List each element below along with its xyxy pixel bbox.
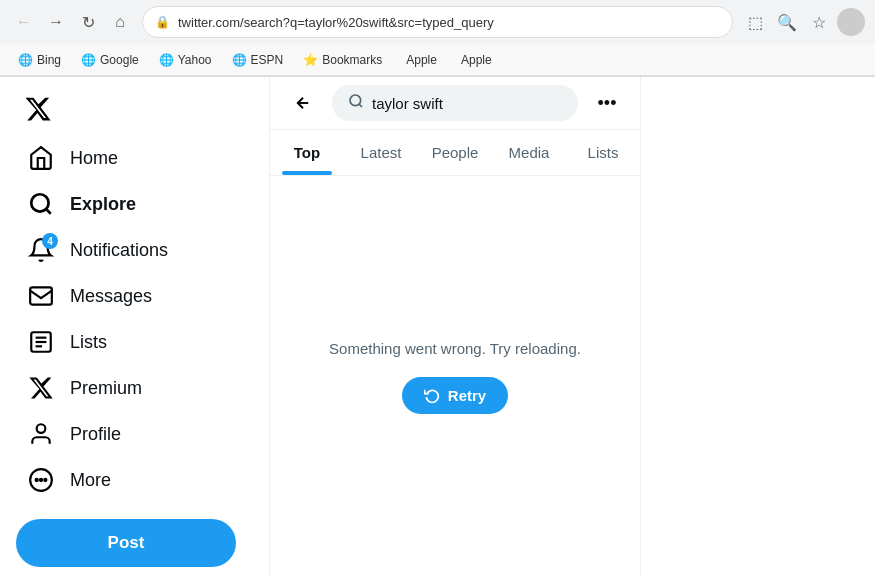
sidebar-lists-label: Lists <box>70 332 107 353</box>
sidebar-item-explore[interactable]: Explore <box>16 181 148 227</box>
search-back-button[interactable] <box>286 86 320 120</box>
sidebar-item-more[interactable]: More <box>16 457 123 503</box>
search-box[interactable] <box>332 85 578 121</box>
more-options-button[interactable]: ••• <box>590 86 624 120</box>
bookmark-bing[interactable]: 🌐 Bing <box>10 51 69 69</box>
browser-actions: ⬚ 🔍 ☆ <box>741 8 865 36</box>
nav-buttons: ← → ↻ ⌂ <box>10 8 134 36</box>
reload-button[interactable]: ↻ <box>74 8 102 36</box>
bookmark-yahoo[interactable]: 🌐 Yahoo <box>151 51 220 69</box>
svg-point-10 <box>40 479 42 481</box>
bookmark-bing-label: Bing <box>37 53 61 67</box>
premium-icon <box>28 375 54 401</box>
post-button[interactable]: Post <box>16 519 236 567</box>
svg-point-11 <box>44 479 46 481</box>
sidebar-home-label: Home <box>70 148 118 169</box>
bookmark-apple1-label: Apple <box>406 53 437 67</box>
sidebar-explore-label: Explore <box>70 194 136 215</box>
sidebar-more-label: More <box>70 470 111 491</box>
browser-toolbar: ← → ↻ ⌂ 🔒 twitter.com/search?q=taylor%20… <box>0 0 875 44</box>
bookmark-apple1[interactable]: Apple <box>394 51 445 69</box>
bookmark-yahoo-label: Yahoo <box>178 53 212 67</box>
lists-icon <box>28 329 54 355</box>
error-message: Something went wrong. Try reloading. <box>329 340 581 357</box>
security-icon: 🔒 <box>155 15 170 29</box>
error-content: Something went wrong. Try reloading. Ret… <box>270 176 640 576</box>
retry-label: Retry <box>448 387 486 404</box>
search-icon <box>348 93 364 113</box>
zoom-button[interactable]: 🔍 <box>773 8 801 36</box>
sidebar-item-messages[interactable]: Messages <box>16 273 164 319</box>
bing-icon: 🌐 <box>18 53 33 67</box>
profile-avatar[interactable] <box>837 8 865 36</box>
bookmark-button[interactable]: ☆ <box>805 8 833 36</box>
tab-people[interactable]: People <box>418 130 492 175</box>
espn-icon: 🌐 <box>232 53 247 67</box>
sidebar: Home Explore 4 Notifications <box>0 77 270 576</box>
svg-rect-2 <box>30 287 52 304</box>
svg-point-7 <box>37 424 46 433</box>
notifications-badge: 4 <box>42 233 58 249</box>
tabs-bar: Top Latest People Media Lists <box>270 130 640 176</box>
home-button[interactable]: ⌂ <box>106 8 134 36</box>
notifications-icon: 4 <box>28 237 54 263</box>
bookmark-google[interactable]: 🌐 Google <box>73 51 147 69</box>
tab-latest[interactable]: Latest <box>344 130 418 175</box>
retry-icon <box>424 387 440 403</box>
bookmark-espn-label: ESPN <box>251 53 284 67</box>
yahoo-icon: 🌐 <box>159 53 174 67</box>
app-container: Home Explore 4 Notifications <box>0 77 875 576</box>
sidebar-item-lists[interactable]: Lists <box>16 319 119 365</box>
sidebar-item-notifications[interactable]: 4 Notifications <box>16 227 180 273</box>
back-button[interactable]: ← <box>10 8 38 36</box>
more-icon <box>28 467 54 493</box>
bookmarks-bar: 🌐 Bing 🌐 Google 🌐 Yahoo 🌐 ESPN ⭐ Bookmar… <box>0 44 875 76</box>
explore-icon <box>28 191 54 217</box>
cast-button[interactable]: ⬚ <box>741 8 769 36</box>
retry-button[interactable]: Retry <box>402 377 508 414</box>
sidebar-item-profile[interactable]: Profile <box>16 411 133 457</box>
bookmark-bookmarks[interactable]: ⭐ Bookmarks <box>295 51 390 69</box>
sidebar-notifications-label: Notifications <box>70 240 168 261</box>
sidebar-item-home[interactable]: Home <box>16 135 130 181</box>
search-input[interactable] <box>372 95 562 112</box>
profile-icon <box>28 421 54 447</box>
bookmarks-icon: ⭐ <box>303 53 318 67</box>
bookmark-apple2[interactable]: Apple <box>449 51 500 69</box>
sidebar-premium-label: Premium <box>70 378 142 399</box>
address-bar[interactable]: 🔒 twitter.com/search?q=taylor%20swift&sr… <box>142 6 733 38</box>
main-content: ••• Top Latest People Media Lists Someth… <box>270 77 641 576</box>
url-text: twitter.com/search?q=taylor%20swift&src=… <box>178 15 720 30</box>
right-sidebar <box>641 77 875 576</box>
svg-line-1 <box>46 209 51 214</box>
sidebar-item-premium[interactable]: Premium <box>16 365 154 411</box>
tab-media[interactable]: Media <box>492 130 566 175</box>
tab-top[interactable]: Top <box>270 130 344 175</box>
google-icon: 🌐 <box>81 53 96 67</box>
svg-point-9 <box>36 479 38 481</box>
messages-icon <box>28 283 54 309</box>
search-header: ••• <box>270 77 640 130</box>
tab-lists[interactable]: Lists <box>566 130 640 175</box>
browser-chrome: ← → ↻ ⌂ 🔒 twitter.com/search?q=taylor%20… <box>0 0 875 77</box>
bookmark-espn[interactable]: 🌐 ESPN <box>224 51 292 69</box>
bookmark-apple2-label: Apple <box>461 53 492 67</box>
forward-button[interactable]: → <box>42 8 70 36</box>
sidebar-profile-label: Profile <box>70 424 121 445</box>
svg-point-0 <box>31 194 48 211</box>
x-logo[interactable] <box>16 87 60 131</box>
home-icon <box>28 145 54 171</box>
bookmark-bookmarks-label: Bookmarks <box>322 53 382 67</box>
sidebar-messages-label: Messages <box>70 286 152 307</box>
svg-line-14 <box>359 104 362 107</box>
bookmark-google-label: Google <box>100 53 139 67</box>
svg-point-13 <box>350 95 361 106</box>
